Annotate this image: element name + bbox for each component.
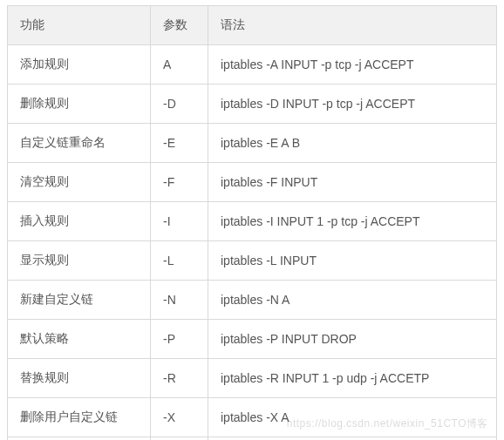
header-function: 功能	[8, 6, 151, 45]
cell-syntax: iptables -N A	[208, 281, 497, 320]
table-row: 插入规则 -I iptables -I INPUT 1 -p tcp -j AC…	[8, 202, 497, 241]
cell-param: -Z	[151, 437, 208, 441]
iptables-reference-table: 功能 参数 语法 添加规则 A iptables -A INPUT -p tcp…	[7, 5, 497, 440]
table-row: 自定义链重命名 -E iptables -E A B	[8, 124, 497, 163]
cell-param: -L	[151, 241, 208, 281]
cell-function: 替换规则	[8, 359, 151, 398]
table-row: 默认策略 -P iptables -P INPUT DROP	[8, 320, 497, 359]
table-row: 替换规则 -R iptables -R INPUT 1 -p udp -j AC…	[8, 359, 497, 398]
cell-param: -P	[151, 320, 208, 359]
cell-syntax: iptables -F INPUT	[208, 163, 497, 202]
cell-function: 显示规则	[8, 241, 151, 281]
cell-param: -F	[151, 163, 208, 202]
cell-syntax: iptables -A INPUT -p tcp -j ACCEPT	[208, 45, 497, 85]
table-row: 添加规则 A iptables -A INPUT -p tcp -j ACCEP…	[8, 45, 497, 85]
table-container: 功能 参数 语法 添加规则 A iptables -A INPUT -p tcp…	[0, 0, 504, 440]
cell-syntax: iptables -P INPUT DROP	[208, 320, 497, 359]
cell-function: 清空规则	[8, 163, 151, 202]
table-body: 添加规则 A iptables -A INPUT -p tcp -j ACCEP…	[8, 45, 497, 441]
cell-param: -N	[151, 281, 208, 320]
table-row: 新建自定义链 -N iptables -N A	[8, 281, 497, 320]
cell-syntax: iptables -E A B	[208, 124, 497, 163]
cell-param: -D	[151, 85, 208, 124]
cell-function: 添加规则	[8, 45, 151, 85]
cell-function: 计数器归零	[8, 437, 151, 441]
header-param: 参数	[151, 6, 208, 45]
cell-param: -E	[151, 124, 208, 163]
header-syntax: 语法	[208, 6, 497, 45]
header-row: 功能 参数 语法	[8, 6, 497, 45]
cell-param: A	[151, 45, 208, 85]
table-header: 功能 参数 语法	[8, 6, 497, 45]
cell-syntax: iptables -I INPUT 1 -p tcp -j ACCEPT	[208, 202, 497, 241]
cell-syntax: iptables -Z	[208, 437, 497, 441]
cell-param: -R	[151, 359, 208, 398]
table-row: 显示规则 -L iptables -L INPUT	[8, 241, 497, 281]
cell-function: 默认策略	[8, 320, 151, 359]
cell-syntax: iptables -L INPUT	[208, 241, 497, 281]
cell-param: -I	[151, 202, 208, 241]
cell-function: 新建自定义链	[8, 281, 151, 320]
table-row: 删除用户自定义链 -X iptables -X A	[8, 398, 497, 437]
cell-syntax: iptables -D INPUT -p tcp -j ACCEPT	[208, 85, 497, 124]
table-row: 清空规则 -F iptables -F INPUT	[8, 163, 497, 202]
cell-param: -X	[151, 398, 208, 437]
table-row: 计数器归零 -Z iptables -Z	[8, 437, 497, 441]
cell-function: 自定义链重命名	[8, 124, 151, 163]
cell-function: 删除规则	[8, 85, 151, 124]
cell-syntax: iptables -X A	[208, 398, 497, 437]
cell-function: 删除用户自定义链	[8, 398, 151, 437]
cell-function: 插入规则	[8, 202, 151, 241]
cell-syntax: iptables -R INPUT 1 -p udp -j ACCETP	[208, 359, 497, 398]
table-row: 删除规则 -D iptables -D INPUT -p tcp -j ACCE…	[8, 85, 497, 124]
